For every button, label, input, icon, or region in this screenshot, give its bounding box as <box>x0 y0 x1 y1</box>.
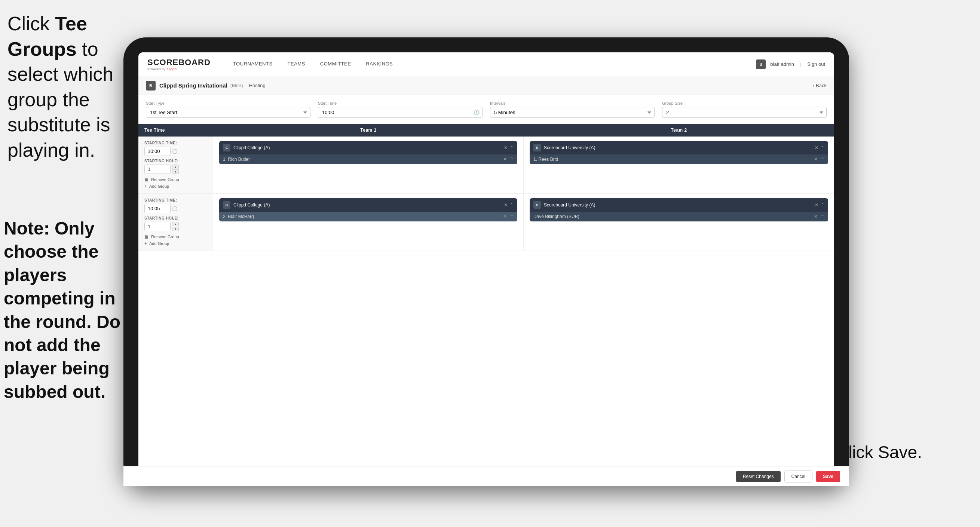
player-name-1-1-1: 1. Rich Butler <box>223 157 500 162</box>
time-icon-2: 🕐 <box>172 206 178 211</box>
logo-powered: Powered by clippd <box>147 67 211 71</box>
cancel-button[interactable]: Cancel <box>784 471 813 472</box>
team-entry-header-2-2: S Scoreboard University (A) ✕ ⌃ <box>530 198 828 212</box>
hole-down-btn-2[interactable]: ▼ <box>172 227 179 231</box>
remove-group-btn-1[interactable]: 🗑 Remove Group <box>145 177 207 182</box>
table-row: STARTING TIME: 🕐 STARTING HOLE: ▲ ▼ <box>138 137 834 194</box>
col-tee-time: Tee Time <box>138 124 213 137</box>
hole-up-btn-2[interactable]: ▲ <box>172 222 179 226</box>
starting-hole-label-2: STARTING HOLE: <box>145 216 207 220</box>
player-expand-2-2-1[interactable]: ⌃ <box>821 214 824 219</box>
hole-spinner-2: ▲ ▼ <box>172 222 179 231</box>
start-time-input[interactable] <box>318 107 482 118</box>
tee-table-header: Tee Time Team 1 Team 2 <box>138 124 834 137</box>
team-remove-2-2[interactable]: ✕ <box>815 202 818 208</box>
starting-hole-label-1: STARTING HOLE: <box>145 159 207 163</box>
reset-changes-button[interactable]: Reset Changes <box>736 471 781 472</box>
col-team2: Team 2 <box>523 124 834 137</box>
team-entry-header-1-2: C Clippd College (A) ✕ ⌃ <box>219 198 517 212</box>
group-size-label: Group Size <box>662 101 827 105</box>
group-size-select[interactable]: 2 <box>662 107 827 118</box>
team-entry-header-1-1: C Clippd College (A) ✕ ⌃ <box>219 141 517 154</box>
starting-time-input-2[interactable] <box>145 204 170 213</box>
player-remove-2-2-1[interactable]: ✕ <box>814 214 818 219</box>
team-expand-2-1[interactable]: ⌃ <box>821 145 824 150</box>
save-button[interactable]: Save <box>816 471 834 472</box>
team-entry-1-1: C Clippd College (A) ✕ ⌃ 1. Rich Butler … <box>219 141 517 164</box>
starting-time-input-1[interactable] <box>145 146 170 156</box>
nav-tournaments[interactable]: TOURNAMENTS <box>226 53 280 76</box>
hole-down-btn-1[interactable]: ▼ <box>172 169 179 174</box>
tee-table: Tee Time Team 1 Team 2 STARTING TIME: 🕐 … <box>138 124 834 258</box>
tee-table-body: STARTING TIME: 🕐 STARTING HOLE: ▲ ▼ <box>138 137 834 258</box>
team-name-1-2: Clippd College (A) <box>234 202 501 208</box>
add-group-label-2: Add Group <box>149 241 169 246</box>
team-badge-2-1: S <box>533 144 541 151</box>
intervals-field: Intervals 5 Minutes <box>490 101 655 118</box>
back-link[interactable]: ‹ Back <box>813 83 827 88</box>
settings-row: Start Type 1st Tee Start Start Time 🕐 In… <box>138 95 834 118</box>
logo-area: SCOREBOARD Powered by clippd <box>147 57 211 71</box>
note-bold-text: Only choose the players competing in the… <box>4 218 121 402</box>
player-expand-2-1-1[interactable]: ⌃ <box>821 157 824 162</box>
starting-hole-input-1[interactable] <box>145 165 170 174</box>
remove-group-btn-2[interactable]: 🗑 Remove Group <box>145 234 207 239</box>
player-remove-1-1-1[interactable]: ✕ <box>503 157 507 162</box>
player-expand-1-2-1[interactable]: ⌃ <box>510 214 514 219</box>
start-time-label: Start Time <box>318 101 482 105</box>
hole-up-btn-1[interactable]: ▲ <box>172 165 179 169</box>
user-avatar: B <box>756 59 766 69</box>
nav-rankings[interactable]: RANKINGS <box>358 53 400 76</box>
team-remove-1-2[interactable]: ✕ <box>504 202 508 208</box>
player-entry-2-1-1: 1. Rees Britt ✕ ⌃ <box>530 154 828 164</box>
starting-hole-input-2[interactable] <box>145 222 170 231</box>
time-icon-1: 🕐 <box>172 149 178 154</box>
table-row: STARTING TIME: 🕐 STARTING HOLE: ▲ ▼ <box>138 194 834 251</box>
starting-hole-row-2: ▲ ▼ <box>145 222 207 231</box>
group-controls-2: STARTING TIME: 🕐 STARTING HOLE: ▲ ▼ <box>138 194 213 251</box>
subheader-badge: B <box>146 81 156 91</box>
player-name-2-2-1: Dave Billingham (SUB) <box>533 214 811 219</box>
team-name-1-1: Clippd College (A) <box>234 145 501 150</box>
team-entry-2-1: S Scoreboard University (A) ✕ ⌃ 1. Rees … <box>530 141 828 164</box>
player-entry-1-1-1: 1. Rich Butler ✕ ⌃ <box>219 154 517 164</box>
footer-actions: Reset Changes Cancel Save <box>138 466 834 471</box>
team-entry-header-2-1: S Scoreboard University (A) ✕ ⌃ <box>530 141 828 154</box>
add-group-btn-2[interactable]: + Add Group <box>145 241 207 246</box>
add-group-label-1: Add Group <box>149 184 169 188</box>
note-instruction: Note: Only choose the players competing … <box>4 217 131 404</box>
trash-icon-2: 🗑 <box>145 234 149 239</box>
user-name: blair admin <box>770 61 794 67</box>
trash-icon-1: 🗑 <box>145 177 149 182</box>
tablet-frame: SCOREBOARD Powered by clippd TOURNAMENTS… <box>123 37 849 486</box>
team2-col-2: S Scoreboard University (A) ✕ ⌃ Dave Bil… <box>523 194 834 251</box>
team-entry-actions-1-2: ✕ ⌃ <box>504 202 514 208</box>
nav-committee[interactable]: COMMITTEE <box>313 53 359 76</box>
nav-links: TOURNAMENTS TEAMS COMMITTEE RANKINGS <box>226 53 756 76</box>
team-expand-1-2[interactable]: ⌃ <box>510 202 514 208</box>
intervals-select[interactable]: 5 Minutes <box>490 107 655 118</box>
player-expand-1-1-1[interactable]: ⌃ <box>510 157 514 162</box>
hosting-badge: Hosting <box>249 83 266 88</box>
team-expand-2-2[interactable]: ⌃ <box>821 202 824 208</box>
subheader: B Clippd Spring Invitational (Men) Hosti… <box>138 76 834 95</box>
player-remove-2-1-1[interactable]: ✕ <box>814 157 818 162</box>
player-remove-1-2-1[interactable]: ✕ <box>503 214 507 219</box>
nav-right: B blair admin | Sign out <box>756 59 825 69</box>
team-remove-1-1[interactable]: ✕ <box>504 145 508 150</box>
start-type-select[interactable]: 1st Tee Start <box>146 107 310 118</box>
divider: | <box>800 61 801 67</box>
nav-teams[interactable]: TEAMS <box>280 53 313 76</box>
logo-scoreboard: SCOREBOARD <box>147 57 211 67</box>
team-entry-actions-2-2: ✕ ⌃ <box>815 202 824 208</box>
starting-time-label-2: STARTING TIME: <box>145 198 207 202</box>
subheader-title: Clippd Spring Invitational <box>159 82 228 89</box>
team-expand-1-1[interactable]: ⌃ <box>510 145 514 150</box>
team1-col-2: C Clippd College (A) ✕ ⌃ 2. Blair McHarg… <box>213 194 523 251</box>
sign-out-link[interactable]: Sign out <box>807 61 825 67</box>
start-type-label: Start Type <box>146 101 310 105</box>
player-name-2-1-1: 1. Rees Britt <box>533 157 811 162</box>
group-controls-1: STARTING TIME: 🕐 STARTING HOLE: ▲ ▼ <box>138 137 213 193</box>
team-remove-2-1[interactable]: ✕ <box>815 145 818 150</box>
add-group-btn-1[interactable]: + Add Group <box>145 184 207 189</box>
